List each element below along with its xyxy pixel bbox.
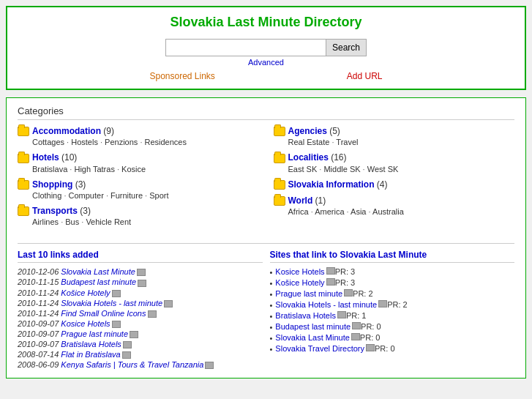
pr-text: PR: 3 bbox=[335, 278, 356, 287]
bullet-dot: • bbox=[270, 268, 273, 277]
subcat-link[interactable]: Bus bbox=[65, 217, 79, 226]
link-anchor[interactable]: Slovakia Hotels - last minute bbox=[61, 299, 162, 307]
subcat-link[interactable]: Residences bbox=[145, 138, 187, 146]
link-anchor[interactable]: Kosice Hotels bbox=[61, 319, 110, 328]
header-box: Slovakia Last Minute Directory Search Ad… bbox=[6, 6, 526, 90]
mini-icon bbox=[351, 333, 360, 340]
mini-icon bbox=[138, 280, 146, 287]
sites-links-list: •Kosice Hotels PR: 3•Košice Hotely PR: 3… bbox=[270, 267, 515, 354]
subcat-link[interactable]: West SK bbox=[367, 165, 399, 174]
sites-link-item: •Budapest last minute PR: 0 bbox=[270, 322, 515, 332]
link-anchor[interactable]: Budapest last minute bbox=[61, 277, 136, 286]
mini-icon bbox=[112, 290, 121, 297]
category-count: (5) bbox=[327, 126, 340, 136]
subcat-link[interactable]: Furniture bbox=[110, 191, 143, 200]
last-link-item: 2010-11-24 Slovakia Hotels - last minute bbox=[18, 299, 263, 307]
subcat-link[interactable]: East SK bbox=[288, 165, 318, 174]
search-button[interactable]: Search bbox=[326, 39, 367, 56]
link-date: 2010-11-24 bbox=[18, 288, 61, 297]
category-name-link[interactable]: Accommodation bbox=[32, 126, 101, 136]
category-subcats: Africa · America · Asia · Australia bbox=[288, 207, 515, 216]
subcat-link[interactable]: Australia bbox=[372, 207, 404, 216]
subcat-link[interactable]: Africa bbox=[288, 207, 309, 216]
subcat-link[interactable]: Computer bbox=[69, 191, 104, 200]
category-name-link[interactable]: Hotels bbox=[32, 152, 59, 163]
sites-link-anchor[interactable]: Košice Hotely bbox=[275, 278, 324, 287]
header-links: Sponsored Links Add URL bbox=[18, 71, 514, 81]
sites-link-anchor[interactable]: Slovakia Travel Directory bbox=[275, 344, 364, 353]
main-content: Categories Accommodation (9)Cottages · H… bbox=[6, 97, 526, 379]
link-anchor[interactable]: Bratislava Hotels bbox=[61, 340, 121, 348]
folder-icon bbox=[18, 127, 29, 136]
category-item: Agencies (5)Real Estate · Travel bbox=[274, 126, 515, 146]
mini-icon bbox=[344, 289, 353, 297]
pr-text: PR: 2 bbox=[387, 300, 408, 309]
category-name-link[interactable]: Agencies bbox=[288, 126, 327, 136]
sites-link-item: •Košice Hotely PR: 3 bbox=[270, 278, 515, 288]
category-subcats: Real Estate · Travel bbox=[288, 138, 515, 146]
link-date: 2010-09-07 bbox=[18, 340, 61, 348]
category-name-link[interactable]: Localities bbox=[288, 152, 329, 163]
category-count: (3) bbox=[72, 179, 86, 190]
category-name-link[interactable]: World bbox=[288, 195, 313, 206]
link-anchor[interactable]: Slovakia Last Minute bbox=[61, 267, 135, 276]
link-anchor[interactable]: Find Small Online Icons bbox=[61, 309, 146, 318]
subcat-link[interactable]: Asia bbox=[351, 207, 366, 216]
subcat-link[interactable]: Clothing bbox=[32, 191, 61, 200]
link-date: 2008-06-09 bbox=[18, 360, 61, 369]
link-anchor[interactable]: Košice Hotely bbox=[61, 288, 110, 297]
subcat-link[interactable]: Cottages bbox=[32, 138, 64, 146]
category-subcats: Clothing · Computer · Furniture · Sport bbox=[32, 191, 259, 200]
subcat-link[interactable]: Middle SK bbox=[323, 165, 360, 174]
last-link-item: 2008-07-14 Flat in Bratislava bbox=[18, 350, 263, 359]
bullet-dot: • bbox=[270, 312, 273, 321]
category-item: Transports (3)Airlines · Bus · Vehicle R… bbox=[18, 206, 259, 226]
subcat-link[interactable]: Airlines bbox=[32, 217, 59, 226]
categories-title: Categories bbox=[18, 105, 514, 120]
site-title: Slovakia Last Minute Directory bbox=[18, 15, 514, 30]
sites-link-anchor[interactable]: Slovakia Last Minute bbox=[275, 333, 350, 342]
category-name-link[interactable]: Shopping bbox=[32, 179, 72, 190]
page-wrapper: Slovakia Last Minute Directory Search Ad… bbox=[0, 0, 532, 399]
category-count: (1) bbox=[312, 195, 326, 206]
sites-link-anchor[interactable]: Slovakia Hotels - last minute bbox=[275, 300, 377, 309]
subcat-link[interactable]: Sport bbox=[149, 191, 168, 200]
category-name-link[interactable]: Slovakia Information bbox=[288, 179, 375, 190]
subcat-link[interactable]: Bratislava bbox=[32, 165, 67, 174]
subcat-link[interactable]: Penzions bbox=[105, 138, 138, 146]
category-subcats: Airlines · Bus · Vehicle Rent bbox=[32, 217, 259, 226]
mini-icon bbox=[164, 300, 173, 307]
categories-grid: Accommodation (9)Cottages · Hostels · Pe… bbox=[18, 126, 514, 232]
subcat-link[interactable]: Real Estate bbox=[288, 138, 330, 146]
mini-icon bbox=[378, 300, 387, 307]
subcat-link[interactable]: Vehicle Rent bbox=[86, 217, 131, 226]
sites-link-item: •Slovakia Travel Directory PR: 0 bbox=[270, 344, 515, 354]
subcat-link[interactable]: Hostels bbox=[71, 138, 98, 146]
bullet-dot: • bbox=[270, 290, 273, 299]
sites-link-anchor[interactable]: Prague last minute bbox=[275, 289, 342, 298]
advanced-link[interactable]: Advanced bbox=[18, 58, 514, 67]
link-anchor[interactable]: Kenya Safaris | Tours & Travel Tanzania bbox=[61, 360, 203, 369]
sites-link-item: •Slovakia Last Minute PR: 0 bbox=[270, 333, 515, 343]
mini-icon bbox=[326, 278, 335, 286]
link-anchor[interactable]: Prague last minute bbox=[61, 329, 128, 338]
sites-link-anchor[interactable]: Bratislava Hotels bbox=[275, 311, 336, 320]
category-subcats: East SK · Middle SK · West SK bbox=[288, 165, 515, 174]
category-item: Hotels (10)Bratislava · High Tatras · Ko… bbox=[18, 152, 259, 173]
add-url-link[interactable]: Add URL bbox=[347, 71, 383, 81]
category-subcats: Cottages · Hostels · Penzions · Residenc… bbox=[32, 138, 259, 146]
category-name-link[interactable]: Transports bbox=[32, 206, 78, 216]
search-input[interactable] bbox=[165, 39, 326, 56]
sites-link-anchor[interactable]: Kosice Hotels bbox=[275, 267, 324, 276]
category-count: (16) bbox=[329, 152, 347, 163]
subcat-link[interactable]: Kosice bbox=[121, 165, 146, 174]
subcat-link[interactable]: Travel bbox=[336, 138, 358, 146]
subcat-link[interactable]: America bbox=[315, 207, 344, 216]
link-anchor[interactable]: Flat in Bratislava bbox=[61, 350, 120, 359]
mini-icon bbox=[122, 351, 131, 359]
category-item: Slovakia Information (4) bbox=[274, 179, 515, 190]
sites-link-item: •Prague last minute PR: 2 bbox=[270, 289, 515, 299]
sites-link-anchor[interactable]: Budapest last minute bbox=[275, 322, 351, 331]
search-area: Search bbox=[18, 39, 514, 56]
subcat-link[interactable]: High Tatras bbox=[74, 165, 114, 174]
